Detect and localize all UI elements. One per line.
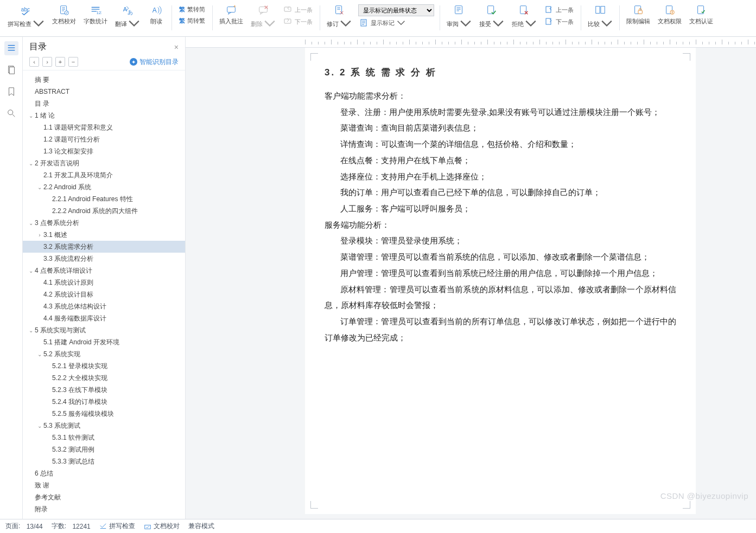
document-canvas[interactable]: 3. 2 系 统 需 求 分 析客户端功能需求分析：登录、注册：用户使用系统时需…: [186, 37, 756, 519]
smart-recognize-outline[interactable]: ✦ 智能识别目录: [130, 57, 179, 67]
certify-button[interactable]: 文档认证: [686, 3, 716, 34]
outline-node[interactable]: ⌄4 点餐系统详细设计: [23, 265, 185, 277]
outline-node[interactable]: ⌄2.2 Android 系统: [23, 181, 185, 193]
outline-node[interactable]: 5.2.3 在线下单模块: [23, 384, 185, 396]
outline-node[interactable]: 4.2 系统设计目标: [23, 288, 185, 300]
markup-state-select[interactable]: 显示标记的最终状态: [358, 4, 434, 16]
outline-node[interactable]: ⌄1 绪 论: [23, 110, 185, 121]
next-revision[interactable]: 下一条: [543, 16, 575, 27]
outline-node[interactable]: 附录: [23, 503, 185, 515]
outline-label: 1 绪 论: [35, 111, 55, 120]
outline-label: 5 系统实现与测试: [35, 326, 86, 335]
outline-node[interactable]: ⌄5.2 系统实现: [23, 348, 185, 360]
outline-node[interactable]: 5.3.3 测试总结: [23, 455, 185, 467]
outline-label: 2.1 开发工具及环境简介: [43, 171, 113, 180]
outline-node[interactable]: 5.3.1 软件测试: [23, 432, 185, 444]
outline-node[interactable]: 目 录: [23, 98, 185, 110]
outline-label: 附录: [35, 505, 48, 514]
restrict-edit-button[interactable]: 限制编辑: [623, 3, 653, 34]
outline-node[interactable]: 5.2.4 我的订单模块: [23, 396, 185, 408]
outline-tree[interactable]: 摘 要ABSTRACT目 录⌄1 绪 论1.1 课题研究背景和意义1.2 课题可…: [23, 70, 185, 519]
wordcount-button[interactable]: 123 字数统计: [80, 3, 111, 34]
panel-close-button[interactable]: ×: [174, 43, 179, 52]
chevron-down-icon[interactable]: ⌄: [36, 351, 43, 357]
outline-node[interactable]: 4.4 服务端数据库设计: [23, 312, 185, 324]
svg-rect-30: [145, 525, 151, 529]
outline-tab[interactable]: [4, 41, 18, 55]
simplified-to-traditional[interactable]: 繁简转繁: [177, 16, 207, 26]
outline-node[interactable]: 1.3 论文框架安排: [23, 145, 185, 157]
prev-comment[interactable]: 上一条: [282, 4, 314, 15]
insert-comment-button[interactable]: + 插入批注: [216, 3, 246, 34]
outline-node[interactable]: ABSTRACT: [23, 86, 185, 98]
outline-node[interactable]: 4.1 系统设计原则: [23, 277, 185, 288]
outline-node[interactable]: 3.2 系统需求分析: [23, 241, 185, 253]
outline-node[interactable]: ›3.1 概述: [23, 229, 185, 241]
outline-node[interactable]: 5.3.2 测试用例: [23, 444, 185, 455]
chevron-down-icon[interactable]: ⌄: [27, 113, 35, 119]
proofread-button[interactable]: 文档校对: [49, 3, 79, 34]
outline-node[interactable]: 3.3 系统流程分析: [23, 253, 185, 265]
outline-node[interactable]: 2.2.1 Android Features 特性: [23, 193, 185, 205]
reject-icon: [518, 4, 530, 16]
search-icon: [7, 108, 16, 118]
page-corner: [310, 501, 318, 509]
spellcheck-button[interactable]: abc 拼写检查: [4, 3, 48, 34]
search-tab[interactable]: [4, 106, 18, 120]
outline-node[interactable]: 1.1 课题研究背景和意义: [23, 121, 185, 133]
reject-button[interactable]: 拒绝: [509, 3, 540, 34]
track-changes-button[interactable]: 修订: [323, 3, 355, 34]
outline-node[interactable]: 5.2.5 服务端模块模块: [23, 408, 185, 420]
page-indicator[interactable]: 页面: 13/44: [5, 522, 43, 531]
compare-icon: [594, 4, 606, 16]
outline-node[interactable]: 摘 要: [23, 74, 185, 86]
review-pane-button[interactable]: 审阅: [443, 3, 475, 34]
show-markup-dropdown[interactable]: 显示标记: [358, 17, 434, 28]
read-aloud-button[interactable]: A 朗读: [144, 3, 168, 34]
outline-remove-button[interactable]: −: [68, 57, 78, 67]
chevron-down-icon[interactable]: ⌄: [36, 423, 43, 429]
delete-comment-button[interactable]: 删除: [247, 3, 279, 34]
outline-node[interactable]: ⌄3 点餐系统分析: [23, 217, 185, 229]
outline-collapse-button[interactable]: ‹: [29, 57, 39, 67]
accept-button[interactable]: 接受: [476, 3, 507, 34]
outline-node[interactable]: 2.1 开发工具及环境简介: [23, 169, 185, 181]
outline-node[interactable]: 5.2.2 大全模块实现: [23, 372, 185, 384]
next-comment[interactable]: 下一条: [282, 16, 314, 27]
chevron-down-icon[interactable]: ⌄: [27, 220, 35, 226]
outline-add-button[interactable]: +: [55, 57, 65, 67]
outline-node[interactable]: ⌄5 系统实现与测试: [23, 324, 185, 336]
compare-button[interactable]: 比较: [585, 3, 616, 34]
status-spellcheck[interactable]: 拼写检查: [99, 522, 135, 531]
thumbnails-tab[interactable]: [4, 63, 18, 77]
outline-node[interactable]: 5.1 搭建 Android 开发环境: [23, 336, 185, 348]
paragraph: 客户端功能需求分析：: [325, 88, 676, 105]
translate-button[interactable]: Aあ 翻译: [112, 3, 143, 34]
bookmarks-tab[interactable]: [4, 85, 18, 99]
document-body[interactable]: 3. 2 系 统 需 求 分 析客户端功能需求分析：登录、注册：用户使用系统时需…: [325, 66, 676, 346]
paragraph: 订单管理：管理员可以查看到当前的所有订单信息，可以修改订单状态，例如把一个进行中…: [325, 314, 676, 346]
outline-node[interactable]: 2.2.2 Android 系统的四大组件: [23, 205, 185, 217]
outline-node[interactable]: 6 总结: [23, 467, 185, 479]
traditional-to-simplified[interactable]: 繁繁转简: [177, 4, 207, 15]
outline-node[interactable]: 5.2.1 登录模块实现: [23, 360, 185, 372]
outline-node[interactable]: 4.3 系统总体结构设计: [23, 300, 185, 312]
word-count-indicator[interactable]: 字数: 12241: [52, 522, 91, 531]
outline-node[interactable]: ⌄2 开发语言说明: [23, 157, 185, 169]
status-proofread[interactable]: 文档校对: [144, 522, 180, 531]
chevron-down-icon[interactable]: ⌄: [27, 268, 35, 274]
prev-revision[interactable]: 上一条: [543, 4, 575, 15]
chevron-down-icon[interactable]: ⌄: [36, 184, 43, 190]
outline-node[interactable]: 参考文献: [23, 491, 185, 503]
chevron-down-icon[interactable]: ⌄: [27, 160, 35, 166]
chevron-down-icon[interactable]: ⌄: [27, 327, 35, 333]
permission-button[interactable]: 文档权限: [655, 3, 685, 34]
outline-expand-button[interactable]: ›: [42, 57, 52, 67]
outline-node[interactable]: 致 谢: [23, 479, 185, 491]
outline-label: 5.2.5 服务端模块模块: [52, 409, 114, 419]
markup-display-group: 显示标记的最终状态 显示标记: [356, 3, 436, 29]
chevron-right-icon[interactable]: ›: [36, 232, 43, 238]
outline-node[interactable]: 1.2 课题可行性分析: [23, 133, 185, 145]
status-bar: 页面: 13/44 字数: 12241 拼写检查 文档校对 兼容模式: [0, 519, 756, 533]
outline-node[interactable]: ⌄5.3 系统测试: [23, 420, 185, 432]
